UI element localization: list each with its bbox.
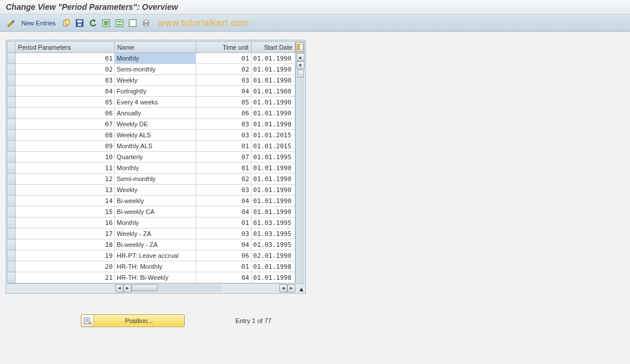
cell-name[interactable]: Bi-weekly: [115, 196, 196, 207]
row-selector[interactable]: [7, 75, 16, 86]
table-row[interactable]: 08Weekly ALS0301.01.2015: [7, 130, 305, 141]
horizontal-scrollbar[interactable]: ◄ ► ◄ ►: [7, 283, 305, 292]
cell-time-unit[interactable]: 01: [196, 53, 251, 64]
scroll-track[interactable]: [297, 78, 305, 283]
row-selector[interactable]: [7, 97, 16, 108]
cell-period-parameter[interactable]: 02: [16, 64, 115, 75]
cell-name[interactable]: Quarterly: [115, 152, 196, 163]
table-row[interactable]: 11Monthly0101.01.1990: [7, 163, 305, 174]
cell-time-unit[interactable]: 01: [196, 163, 251, 174]
table-row[interactable]: 15Bi-weekly CA0401.01.1990: [7, 207, 305, 217]
undo-icon[interactable]: [87, 17, 99, 29]
deselect-all-icon[interactable]: [127, 17, 138, 29]
cell-time-unit[interactable]: 01: [196, 141, 251, 152]
cell-period-parameter[interactable]: 21: [16, 272, 115, 283]
row-selector[interactable]: [7, 261, 16, 272]
copy-icon[interactable]: [61, 17, 72, 29]
row-selector[interactable]: [7, 207, 16, 217]
cell-name[interactable]: Annually: [115, 108, 196, 119]
cell-start-date[interactable]: 01.01.1998: [251, 272, 295, 283]
table-row[interactable]: 02Semi-monthly0201.01.1990: [7, 64, 305, 75]
hscroll-track[interactable]: [132, 284, 222, 292]
position-button[interactable]: Position...: [81, 314, 185, 327]
cell-period-parameter[interactable]: 17: [16, 228, 115, 239]
cell-name[interactable]: HR-TH: Monthly: [115, 261, 196, 272]
cell-time-unit[interactable]: 06: [196, 108, 251, 119]
table-row[interactable]: 20HR-TH: Monthly0101.01.1998: [7, 261, 305, 272]
cell-name[interactable]: Monthly: [115, 53, 196, 64]
scroll-right2-icon[interactable]: ►: [287, 284, 295, 292]
cell-start-date[interactable]: 01.01.1900: [251, 86, 295, 97]
cell-time-unit[interactable]: 01: [196, 217, 251, 228]
row-selector[interactable]: [7, 185, 16, 196]
cell-time-unit[interactable]: 01: [196, 261, 251, 272]
row-selector[interactable]: [7, 163, 16, 174]
cell-period-parameter[interactable]: 08: [16, 130, 115, 141]
table-row[interactable]: 17Weekly - ZA0301.03.1995: [7, 228, 305, 239]
cell-start-date[interactable]: 01.01.1995: [251, 152, 295, 163]
cell-period-parameter[interactable]: 18: [16, 239, 115, 250]
cell-name[interactable]: Semi-monthly: [115, 174, 196, 185]
table-row[interactable]: 01Monthly0101.01.1990: [7, 53, 305, 64]
cell-name[interactable]: Monthly: [115, 217, 196, 228]
col-header-time-unit[interactable]: Time unit: [196, 42, 251, 53]
col-header-period-parameters[interactable]: Period Parameters: [16, 42, 115, 53]
cell-period-parameter[interactable]: 19: [16, 250, 115, 261]
table-row[interactable]: 19HR-PT: Leave accrual0602.01.1990: [7, 250, 305, 261]
scroll-thumb[interactable]: [297, 70, 304, 78]
cell-name[interactable]: HR-PT: Leave accrual: [115, 250, 196, 261]
cell-start-date[interactable]: 01.01.1990: [251, 174, 295, 185]
row-selector[interactable]: [7, 64, 16, 75]
cell-name[interactable]: Weekly: [115, 75, 196, 86]
table-row[interactable]: 06Annually0601.01.1990: [7, 108, 305, 119]
cell-start-date[interactable]: 01.01.1990: [251, 53, 295, 64]
row-selector[interactable]: [7, 228, 16, 239]
save-icon[interactable]: [74, 17, 85, 29]
cell-start-date[interactable]: 01.03.1995: [251, 239, 295, 250]
row-selector[interactable]: [7, 130, 16, 141]
scroll-left-icon[interactable]: ◄: [115, 284, 123, 292]
scroll-up-icon[interactable]: ▲: [297, 53, 305, 61]
table-row[interactable]: 04Fortnightly0401.01.1900: [7, 86, 305, 97]
cell-start-date[interactable]: 01.03.1995: [251, 228, 295, 239]
row-selector[interactable]: [7, 272, 16, 283]
cell-start-date[interactable]: 01.01.1990: [251, 75, 295, 86]
cell-start-date[interactable]: 01.01.1990: [251, 185, 295, 196]
cell-name[interactable]: Every 4 weeks: [115, 97, 196, 108]
cell-name[interactable]: Bi-weekly CA: [115, 207, 196, 217]
cell-start-date[interactable]: 01.01.1990: [251, 196, 295, 207]
change-icon[interactable]: [5, 17, 16, 29]
cell-start-date[interactable]: 01.01.2015: [251, 130, 295, 141]
table-row[interactable]: 03Weekly0301.01.1990: [7, 75, 305, 86]
cell-start-date[interactable]: 01.01.1990: [251, 108, 295, 119]
cell-start-date[interactable]: 01.03.1995: [251, 217, 295, 228]
cell-start-date[interactable]: 01.01.1990: [251, 97, 295, 108]
table-row[interactable]: 13Weekly0301.01.1990: [7, 185, 305, 196]
cell-start-date[interactable]: 01.01.1990: [251, 64, 295, 75]
row-selector[interactable]: [7, 239, 16, 250]
cell-time-unit[interactable]: 02: [196, 64, 251, 75]
cell-name[interactable]: Monthly ALS: [115, 141, 196, 152]
cell-start-date[interactable]: 01.01.1990: [251, 207, 295, 217]
cell-period-parameter[interactable]: 15: [16, 207, 115, 217]
vertical-scrollbar[interactable]: ▲ ▼: [295, 53, 305, 283]
row-selector[interactable]: [7, 250, 16, 261]
cell-name[interactable]: Weekly DE: [115, 119, 196, 130]
cell-time-unit[interactable]: 04: [196, 207, 251, 217]
row-selector[interactable]: [7, 108, 16, 119]
row-selector[interactable]: [7, 119, 16, 130]
configure-columns-header[interactable]: [295, 42, 304, 53]
cell-period-parameter[interactable]: 20: [16, 261, 115, 272]
configure-columns-icon[interactable]: [295, 42, 304, 52]
col-header-name[interactable]: Name: [115, 42, 196, 53]
cell-time-unit[interactable]: 06: [196, 250, 251, 261]
print-icon[interactable]: [140, 17, 152, 29]
scroll-right-icon[interactable]: ►: [123, 284, 132, 292]
cell-period-parameter[interactable]: 16: [16, 217, 115, 228]
table-row[interactable]: 18Bi-weekly - ZA0401.03.1995: [7, 239, 305, 250]
cell-period-parameter[interactable]: 03: [16, 75, 115, 86]
cell-period-parameter[interactable]: 06: [16, 108, 115, 119]
table-row[interactable]: 07Weekly DE0301.01.1998: [7, 119, 305, 130]
cell-period-parameter[interactable]: 12: [16, 174, 115, 185]
cell-period-parameter[interactable]: 13: [16, 185, 115, 196]
